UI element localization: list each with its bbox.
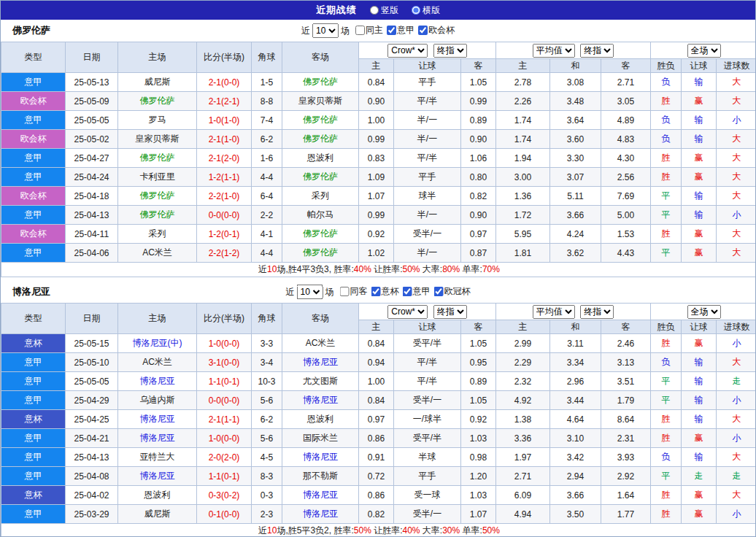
col-header-goals: 进球数: [717, 320, 756, 334]
vertical-layout-radio[interactable]: [370, 6, 379, 15]
summary-row: 近10场,胜5平3负2, 胜率:50% 让胜率:40% 大率:30% 单率:50…: [1, 524, 756, 537]
score: 0-1(0-0): [197, 505, 252, 524]
filter-option-欧会杯[interactable]: 欧会杯: [418, 24, 455, 36]
match-date: 25-05-15: [66, 334, 118, 353]
corner-count: 2-2: [252, 206, 282, 225]
horizontal-layout-radio[interactable]: [412, 6, 420, 15]
filter-option-意甲[interactable]: 意甲: [403, 285, 431, 298]
checkbox-欧冠杯[interactable]: [434, 287, 444, 296]
match-type: 意甲: [1, 372, 66, 391]
filter-option-意杯[interactable]: 意杯: [371, 285, 399, 298]
match-row: 意甲25-04-29乌迪内斯0-0(0-0)5-6博洛尼亚0.84受半/一1.0…: [1, 391, 756, 410]
match-count-select[interactable]: 10: [312, 23, 339, 38]
euro-home-odds: 2.99: [496, 334, 550, 353]
score: 2-1(1-0): [197, 130, 252, 149]
odds-company-select[interactable]: Crow*: [387, 44, 428, 58]
asia-odds-select-cell: Crow* 终指: [359, 304, 496, 320]
away-team: 恩波利: [282, 149, 359, 168]
match-row: 欧会杯25-04-11采列1-2(0-1)4-1佛罗伦萨0.92受半/一0.97…: [1, 225, 756, 244]
filter-option-欧冠杯[interactable]: 欧冠杯: [434, 285, 471, 298]
handicap-line: 平/半: [394, 149, 461, 168]
match-type: 意甲: [1, 353, 66, 372]
checkbox-意甲[interactable]: [403, 287, 412, 296]
score: 1-1(0-1): [197, 372, 252, 391]
match-date: 25-05-05: [66, 111, 118, 130]
score: 1-2(1-1): [197, 168, 252, 187]
page-title: 近期战绩: [316, 4, 357, 17]
win-loss-result: 负: [651, 111, 682, 130]
asia-home-odds: 0.84: [359, 391, 394, 410]
match-date: 25-05-09: [66, 92, 118, 111]
summary-stat-value: 40%: [402, 525, 420, 536]
goals-result: 大: [717, 225, 756, 244]
euro-away-odds: 3.93: [601, 448, 651, 467]
checkbox-意杯[interactable]: [371, 287, 381, 296]
checkbox-同客[interactable]: [340, 287, 350, 296]
handicap-line: 平手: [394, 73, 461, 92]
euro-home-odds: 1.94: [496, 149, 550, 168]
away-team: 国际米兰: [282, 429, 359, 448]
near-label: 近: [301, 25, 310, 37]
asia-away-odds: 1.06: [461, 149, 496, 168]
checkbox-label: 意杯: [382, 285, 399, 298]
match-row: 意甲25-05-10AC米兰3-1(0-0)3-4博洛尼亚0.94平/半0.95…: [1, 353, 756, 372]
recent-results-page: 近期战绩 竖版 横版 佛罗伦萨 近 10 场 同主意甲欧会杯: [0, 0, 756, 537]
handicap-result: 赢: [682, 486, 717, 505]
summary-label: 近: [258, 264, 267, 274]
corner-count: 3-4: [252, 353, 282, 372]
handicap-result: 输: [682, 372, 717, 391]
home-team: AC米兰: [118, 244, 197, 263]
summary-stat-value: 70%: [482, 264, 500, 274]
handicap-line: 平手: [394, 467, 461, 486]
layout-option-vertical[interactable]: 竖版: [370, 4, 398, 17]
summary-label: 让胜率:: [371, 525, 403, 536]
euro-draw-odds: 3.48: [550, 92, 601, 111]
filter-option-同客[interactable]: 同客: [340, 285, 368, 298]
away-team: 佛罗伦萨: [282, 225, 359, 244]
euro-odds-source-select[interactable]: 平均值: [533, 44, 575, 58]
euro-odds-time-select[interactable]: 终指: [580, 305, 614, 319]
asia-away-odds: 0.98: [461, 448, 496, 467]
asia-away-odds: 1.05: [461, 391, 496, 410]
handicap-line: 平/半: [394, 372, 461, 391]
odds-company-select[interactable]: Crow*: [387, 305, 428, 319]
match-row: 意甲25-05-05罗马1-0(1-0)7-4佛罗伦萨1.00半/一0.891.…: [1, 111, 756, 130]
win-loss-result: 负: [651, 353, 682, 372]
win-loss-result: 平: [651, 187, 682, 206]
checkbox-意甲[interactable]: [387, 26, 396, 35]
euro-odds-source-select[interactable]: 平均值: [533, 305, 575, 319]
away-team: 博洛尼亚: [282, 505, 359, 524]
match-count-select[interactable]: 10: [297, 285, 323, 299]
checkbox-欧会杯[interactable]: [418, 26, 428, 35]
euro-draw-odds: 5.11: [550, 187, 601, 206]
away-team: 尤文图斯: [282, 372, 359, 391]
asia-odds-time-select[interactable]: 终指: [433, 305, 467, 319]
match-date: 25-05-13: [66, 73, 118, 92]
goals-result: 大: [717, 92, 756, 111]
col-header-type: 类型: [1, 304, 66, 334]
asia-home-odds: 0.99: [359, 130, 394, 149]
checkbox-label: 同主: [366, 24, 383, 36]
layout-option-horizontal[interactable]: 横版: [412, 4, 440, 17]
win-loss-result: 负: [651, 130, 682, 149]
checkbox-label: 意甲: [413, 285, 431, 298]
home-team: 亚特兰大: [118, 448, 197, 467]
euro-odds-time-select[interactable]: 终指: [580, 44, 614, 58]
match-type: 意杯: [1, 334, 66, 353]
match-date: 25-04-13: [66, 206, 118, 225]
team-header-row: 佛罗伦萨 近 10 场 同主意甲欧会杯: [1, 20, 755, 42]
summary-label: 场,胜5平3负2, 胜率:: [277, 525, 353, 536]
col-header-result: 胜负: [651, 320, 682, 334]
summary-stat-value: 80%: [442, 264, 460, 274]
checkbox-同主[interactable]: [355, 26, 365, 35]
match-row: 意甲25-03-29威尼斯0-1(0-0)2-3博洛尼亚0.82受半/一1.07…: [1, 505, 756, 524]
scope-select[interactable]: 全场: [687, 305, 721, 319]
filter-option-意甲[interactable]: 意甲: [387, 24, 414, 36]
asia-odds-time-select[interactable]: 终指: [433, 44, 467, 58]
euro-away-odds: 2.46: [601, 334, 651, 353]
euro-draw-odds: 3.44: [550, 391, 601, 410]
filter-option-同主[interactable]: 同主: [355, 24, 383, 36]
scope-select[interactable]: 全场: [687, 44, 721, 58]
corner-count: 5-6: [252, 391, 282, 410]
handicap-line: 受半/一: [394, 391, 461, 410]
